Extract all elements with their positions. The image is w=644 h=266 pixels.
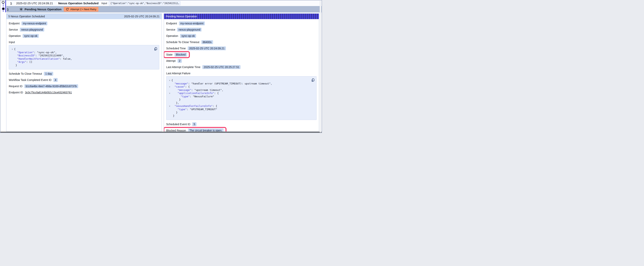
failure-json-viewer: ∨{ "message": "handler error (UPSTREAM_T… [166, 76, 317, 120]
json-key: "HandlerWaitForCancellation" [17, 57, 60, 61]
copy-icon[interactable] [311, 78, 314, 82]
json-line: "Operation": "sync-op-ok", [10, 51, 152, 54]
code-gutter [168, 82, 172, 85]
json-text [172, 105, 175, 108]
json-text [172, 108, 178, 111]
code-gutter [168, 101, 172, 105]
json-text: } [172, 114, 175, 118]
json-text [14, 61, 17, 64]
code-gutter [10, 61, 14, 64]
json-key: "nexusHandlerFailureInfo" [174, 105, 213, 108]
workflow-event-history-screen: 5 2025-02-25 UTC 20:24:09.21 Nexus Opera… [0, 0, 322, 133]
field-service: Servicenexus-playground [9, 28, 159, 32]
json-line: "message": "upstream timeout", [168, 89, 310, 92]
code-gutter [168, 95, 172, 98]
json-text: : false, [60, 57, 72, 61]
field-value-badge: 5 [192, 122, 196, 126]
pending-nexus-operation-panel: Pending Nexus Operation Endpointmy-nexus… [164, 14, 319, 132]
json-text: }, [172, 101, 179, 105]
code-gutter [10, 64, 14, 67]
left-panel-header: 5 Nexus Operation Scheduled 2025-02-25 U… [6, 14, 162, 19]
json-key: "BusinessID" [17, 54, 36, 57]
code-gutter [10, 51, 14, 54]
field-schedule-to-close-timeout: Schedule To Close Timeout1 day [9, 72, 159, 76]
code-gutter [168, 98, 172, 101]
field-value-badge: 2 [178, 59, 182, 63]
json-line: ∨ "nexusHandlerFailureInfo": { [168, 105, 310, 108]
collapse-chevron-icon[interactable]: ∨ [168, 85, 172, 89]
last-attempt-failure-label: Last Attempt Failure [166, 72, 317, 75]
field-request-id: Request IDb1c6a4bc-8ee7-468a-9169-df3b02… [9, 84, 159, 88]
json-key: "type" [178, 108, 187, 111]
json-text: : { [185, 85, 190, 89]
json-text: } [172, 98, 181, 101]
field-value-badge: my-nexus-endpoint [179, 22, 205, 25]
field-label: Schedule To Close Timeout [9, 72, 42, 75]
field-value-link[interactable]: 3c0c75ccfa8144b092c13ce632463761 [25, 91, 72, 94]
event-id-link[interactable]: 5 [7, 8, 8, 11]
scrollbar-track[interactable] [320, 1, 321, 132]
input-section-label: Input [9, 41, 159, 44]
field-label: Service [166, 28, 176, 31]
retry-attempt-badge: Attempt 2 • Next Retry [64, 7, 99, 12]
history-row-nexus-operation-scheduled[interactable]: 5 2025-02-25 UTC 20:24:09.21 Nexus Opera… [6, 1, 322, 6]
json-text: { [172, 79, 173, 82]
field-value-badge: The circuit breaker is open. [188, 129, 224, 131]
field-value-badge: 86400s [201, 40, 213, 44]
collapse-chevron-icon[interactable]: ∨ [168, 105, 172, 108]
pink-annotation-box: Blocked ReasonThe circuit breaker is ope… [164, 127, 227, 131]
timeline-filled-dot-icon [2, 8, 4, 10]
field-label: Blocked Reason [166, 129, 186, 131]
json-key: "type" [180, 95, 190, 98]
bottom-divider [0, 132, 322, 132]
field-label: Last Attempt Complete Time [166, 66, 200, 69]
field-scheduled-event-id: Scheduled Event ID5 [166, 122, 317, 126]
right-panel-body: Endpointmy-nexus-endpointServicenexus-pl… [164, 19, 319, 131]
json-line: "BusinessID": "20250225122409", [10, 54, 152, 57]
left-panel-timestamp: 2025-02-25 UTC 20:24:09.21 [124, 15, 160, 18]
json-line: }, [168, 101, 310, 105]
left-panel-body: Endpointmy-nexus-endpointServicenexus-pl… [6, 19, 162, 131]
field-operation: Operationsync-op-ok [166, 34, 317, 38]
json-line: ∨ "cause": { [168, 85, 310, 89]
event-id-link[interactable]: 5 [10, 2, 12, 5]
field-value-badge: Blocked [174, 53, 187, 57]
field-schedule-to-close-timeout: Schedule To Close Timeout86400s [166, 40, 317, 44]
json-text: : "handler error (UPSTREAM_TIMEOUT): ups… [188, 82, 272, 85]
json-text: } [172, 111, 178, 114]
copy-icon[interactable] [154, 47, 157, 51]
event-detail-panels: 5 Nexus Operation Scheduled 2025-02-25 U… [6, 14, 322, 132]
json-line: "type": "UPSTREAM_TIMEOUT" [168, 108, 310, 111]
field-endpoint: Endpointmy-nexus-endpoint [166, 22, 317, 25]
field-value-badge: nexus-playground [177, 28, 202, 32]
json-line: "message": "handler error (UPSTREAM_TIME… [168, 82, 310, 85]
field-label: Operation [9, 34, 21, 38]
json-text: : "sync-op-ok", [34, 51, 57, 54]
field-label: Endpoint [166, 22, 177, 25]
json-key: "Args" [17, 61, 26, 64]
field-value-badge: sync-op-ok [22, 34, 38, 38]
field-blocked-reason: Blocked ReasonThe circuit breaker is ope… [166, 127, 317, 131]
history-row-pending-nexus-operation[interactable]: 5 Pending Nexus Operation Attempt 2 • Ne… [6, 6, 322, 13]
event-input-preview[interactable]: {"Operation":"sync-op-ok","BusinessID":"… [109, 1, 180, 6]
field-label: Endpoint ID [9, 91, 23, 94]
field-service: Servicenexus-playground [166, 28, 317, 32]
collapse-chevron-icon[interactable]: ∨ [168, 79, 172, 82]
json-line: } [168, 98, 310, 101]
field-value-badge: 4 [54, 78, 58, 82]
field-value-badge: 2025-02-25 UTC 20:24:09.21 [188, 46, 226, 50]
field-value-badge: sync-op-ok [180, 34, 196, 38]
field-workflow-task-completed-event-id: Workflow Task Completed Event ID4 [9, 78, 159, 82]
field-label: State [166, 53, 173, 56]
field-value-badge: 1 day [44, 72, 53, 76]
json-line: "Args": [] [10, 61, 152, 64]
json-line: ∨{ [10, 48, 152, 51]
collapse-chevron-icon[interactable]: ∨ [168, 92, 172, 95]
field-attempt: Attempt2 [166, 59, 317, 63]
json-line: "type": "NexusFailure" [168, 95, 310, 98]
collapse-chevron-icon[interactable]: ∨ [10, 48, 14, 51]
field-label: Scheduled Time [166, 47, 186, 50]
json-key: "message" [174, 82, 188, 85]
json-text [172, 95, 181, 98]
event-timeline-rail [0, 1, 6, 13]
